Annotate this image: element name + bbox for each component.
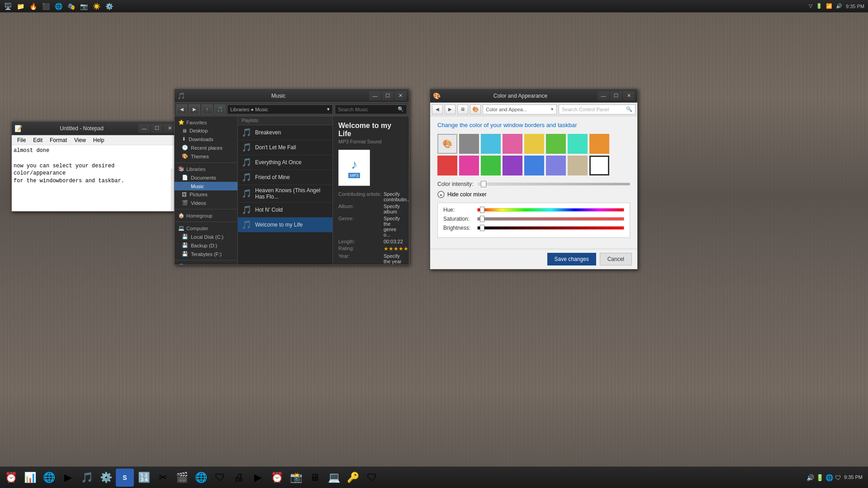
taskbar-word[interactable]: S [116,469,134,487]
swatch-red[interactable] [437,156,457,175]
sidebar-item-f-drive[interactable]: 💾 Terabytes (F:) [175,250,237,258]
sidebar-item-themes[interactable]: 🎨 Themes [175,152,237,161]
taskbar-clock[interactable]: ⏰ [268,469,286,487]
music-item-7[interactable]: 🎵 Welcome to my Life [238,218,332,232]
taskbar-media-player[interactable]: ▶ [59,469,77,487]
swatch-orange[interactable] [589,134,609,154]
music-back-button[interactable]: ◀ [176,104,187,114]
color-titlebar[interactable]: 🎨 Color and Appearance — ☐ ✕ [430,89,637,103]
music-address-dropdown[interactable]: ▾ [327,106,330,112]
taskbar-icon-8[interactable]: ☀️ [90,1,102,12]
music-maximize-button[interactable]: ☐ [382,91,394,100]
taskbar-media-2[interactable]: ▶ [249,469,267,487]
swatch-pink[interactable] [503,134,522,154]
taskbar-printer[interactable]: 🖨 [230,469,248,487]
sidebar-item-recent[interactable]: 🕐 Recent places [175,143,237,152]
taskbar-calculator[interactable]: 🔢 [135,469,153,487]
swatch-yellow[interactable] [524,134,544,154]
taskbar-shield-2[interactable]: 🛡 [363,469,381,487]
saturation-thumb[interactable] [480,216,484,222]
notepad-menu-file[interactable]: File [14,136,29,144]
color-maximize-button[interactable]: ☐ [610,91,622,100]
taskbar-icon-9[interactable]: ⚙️ [103,1,115,12]
swatch-tan[interactable] [568,156,588,175]
libraries-header[interactable]: 📚 Libraries [175,165,237,173]
swatch-gray[interactable] [459,134,479,154]
color-search-bar[interactable]: Search Control Panel 🔍 [559,104,636,114]
swatch-hot-pink[interactable] [459,156,479,175]
notepad-maximize-button[interactable]: ☐ [151,124,163,133]
taskbar-icon-5[interactable]: 🌐 [52,1,64,12]
taskbar-icon-1[interactable]: 🖥️ [2,1,14,12]
taskbar-camera[interactable]: 📸 [287,469,305,487]
music-item-2[interactable]: 🎵 Don't Let Me Fall [238,140,332,155]
notepad-menu-edit[interactable]: Edit [29,136,46,144]
swatch-lime[interactable] [481,156,501,175]
sidebar-item-d-drive[interactable]: 💾 Backup (D:) [175,241,237,250]
music-titlebar[interactable]: 🎵 Music — ☐ ✕ [175,89,409,103]
color-minimize-button[interactable]: — [598,91,609,100]
notepad-minimize-button[interactable]: — [138,124,150,133]
swatch-blue[interactable] [524,156,544,175]
music-item-6[interactable]: 🎵 Hot N' Cold [238,203,332,218]
tray-security[interactable]: 🛡 [835,474,841,481]
sidebar-item-music[interactable]: 🎵 Music [175,182,237,190]
taskbar-key[interactable]: 🔑 [344,469,362,487]
taskbar-settings[interactable]: ⚙️ [97,469,115,487]
taskbar-icon-2[interactable]: 📁 [14,1,26,12]
taskbar-shield-1[interactable]: 🛡 [211,469,229,487]
music-address-bar[interactable]: Libraries ● Music ▾ [227,104,333,114]
taskbar-icon-6[interactable]: 🎭 [65,1,77,12]
sidebar-item-c-drive[interactable]: 💾 Local Disk (C:) [175,232,237,241]
sidebar-item-desktop[interactable]: 🖥 Desktop [175,127,237,135]
color-intensity-thumb[interactable] [481,181,486,187]
network-header[interactable]: 🌐 Network [175,262,237,265]
music-item-3[interactable]: 🎵 Everything At Once [238,155,332,170]
music-item-4[interactable]: 🎵 Friend of Mine [238,170,332,185]
brightness-track[interactable] [477,226,624,230]
music-close-button[interactable]: ✕ [394,91,406,100]
color-address-bar[interactable]: Color and Appea... ▾ [483,104,557,114]
color-address-dropdown[interactable]: ▾ [551,106,554,112]
brightness-thumb[interactable] [480,225,484,231]
tray-network[interactable]: 🌐 [825,474,833,481]
taskbar-scissors[interactable]: ✂ [154,469,172,487]
swatch-palette[interactable]: 🎨 [437,134,457,154]
swatch-lavender[interactable] [546,156,566,175]
taskbar-monitor[interactable]: 🖥 [306,469,324,487]
music-search-bar[interactable]: Search Music 🔍 [335,104,407,114]
notepad-menu-view[interactable]: View [71,136,90,144]
favorites-header[interactable]: ⭐ Favorites [175,118,237,127]
taskbar-launchpad[interactable]: 📊 [21,469,39,487]
color-up-button[interactable]: 🖥 [457,104,468,114]
sidebar-item-pictures[interactable]: 🖼 Pictures [175,190,237,199]
swatch-purple[interactable] [503,156,522,175]
notepad-menu-help[interactable]: Help [90,136,108,144]
sidebar-item-videos[interactable]: 🎬 Videos [175,199,237,207]
taskbar-time-machine[interactable]: ⏰ [2,469,20,487]
taskbar-icon-4[interactable]: ⬛ [40,1,52,12]
color-close-button[interactable]: ✕ [623,91,635,100]
color-forward-button[interactable]: ▶ [445,104,455,114]
cancel-button[interactable]: Cancel [600,253,632,265]
tray-volume[interactable]: 🔊 [806,474,814,481]
hue-track[interactable] [477,208,624,212]
swatch-white[interactable] [589,156,609,175]
tray-icon-chevron[interactable]: ▽ [809,3,812,9]
taskbar-browser[interactable]: 🌐 [40,469,58,487]
taskbar-clapper[interactable]: 🎬 [173,469,191,487]
save-changes-button[interactable]: Save changes [547,253,596,265]
taskbar-laptop[interactable]: 💻 [325,469,343,487]
music-item-1[interactable]: 🎵 Breakeven [238,125,332,140]
taskbar-icon-3[interactable]: 🔥 [27,1,39,12]
notepad-titlebar[interactable]: 📝 Untitled - Notepad — ☐ ✕ [12,122,178,135]
sidebar-item-documents[interactable]: 📄 Documents [175,173,237,182]
music-item-5[interactable]: 🎵 Heaven Knows (This Angel Has Flo... [238,185,332,203]
saturation-track[interactable] [477,217,624,221]
hue-thumb[interactable] [480,207,484,213]
sidebar-item-downloads[interactable]: ⬇ Downloads [175,135,237,143]
tray-battery[interactable]: 🔋 [816,474,824,481]
music-minimize-button[interactable]: — [369,91,381,100]
notepad-text-area[interactable]: almost done now you can select your desi… [12,145,178,188]
color-intensity-track[interactable] [478,183,630,185]
